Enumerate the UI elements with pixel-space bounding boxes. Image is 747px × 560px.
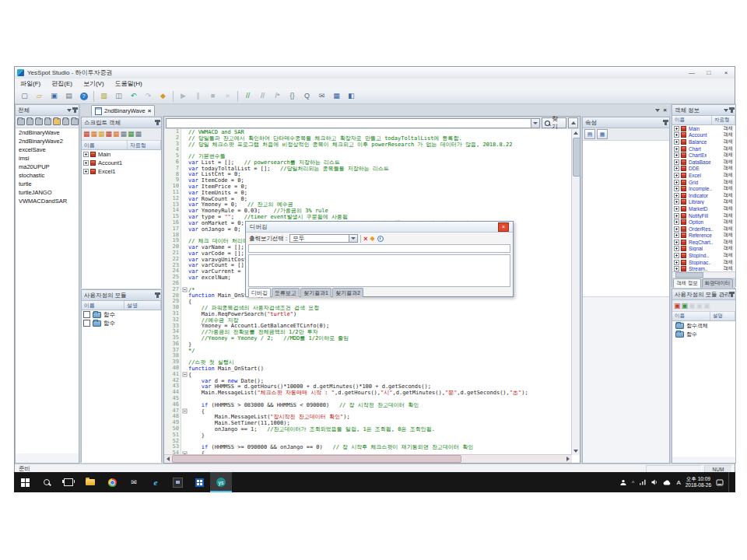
column-desc[interactable]: 설명 bbox=[124, 301, 161, 310]
column-type[interactable]: 자료형 bbox=[128, 141, 161, 149]
object-row[interactable]: Stopinac..객체 bbox=[672, 259, 735, 266]
menu-item-0[interactable]: 파일(F) bbox=[15, 79, 46, 88]
folder-icon[interactable] bbox=[44, 118, 52, 125]
undo-icon[interactable]: ↶ bbox=[127, 90, 140, 103]
alphabetical-view-icon[interactable]: ▦ bbox=[597, 129, 608, 139]
expander-icon[interactable] bbox=[83, 169, 89, 174]
tree-item[interactable]: imsi bbox=[16, 154, 79, 163]
object-row[interactable]: OrderRes..객체 bbox=[672, 226, 735, 233]
pin-icon[interactable] bbox=[74, 107, 76, 113]
pin-icon[interactable] bbox=[156, 292, 159, 298]
scrollbar-thumb[interactable] bbox=[675, 272, 703, 278]
object-row[interactable]: Indicator객체 bbox=[672, 192, 735, 199]
close-button[interactable]: × bbox=[717, 67, 735, 79]
close-document-icon[interactable]: × bbox=[663, 107, 667, 114]
combobox-dropdown-button[interactable] bbox=[531, 119, 539, 128]
tree-item[interactable]: ma20UPUP bbox=[16, 163, 79, 171]
column-type[interactable]: 자료형 bbox=[712, 116, 735, 124]
dialog-close-button[interactable]: × bbox=[498, 222, 509, 232]
expander-icon[interactable] bbox=[674, 186, 679, 191]
tree-item[interactable]: 2ndBinaryWave bbox=[16, 128, 79, 137]
debug-tab-1[interactable]: 오류보고 bbox=[272, 288, 300, 297]
new-file-icon[interactable]: ▢ bbox=[18, 90, 31, 103]
expander-icon[interactable] bbox=[674, 199, 679, 205]
column-name[interactable]: 이름 bbox=[82, 301, 124, 310]
expander-icon[interactable] bbox=[674, 206, 679, 212]
object-row[interactable]: Excel객체 bbox=[672, 172, 735, 179]
clear-output-icon[interactable]: × bbox=[363, 235, 367, 243]
expander-icon[interactable] bbox=[674, 260, 679, 265]
uncomment-icon[interactable]: // bbox=[256, 90, 269, 103]
save-log-icon[interactable]: ◆ bbox=[370, 235, 374, 242]
object-row[interactable]: StopInd..객체 bbox=[672, 252, 735, 259]
object-row[interactable]: MarketD객체 bbox=[672, 205, 735, 212]
debug-tab-0[interactable]: 디버깅 bbox=[248, 288, 271, 297]
mail-icon[interactable]: ✉ bbox=[315, 90, 328, 103]
scrollbar-thumb[interactable] bbox=[573, 138, 580, 177]
link-object-icon[interactable]: ▦ bbox=[106, 131, 113, 138]
mail-icon[interactable]: ✉ bbox=[123, 472, 145, 492]
object-row[interactable]: Account객체 bbox=[672, 132, 735, 139]
volume-icon[interactable] bbox=[651, 479, 658, 485]
open-icon[interactable]: ▱ bbox=[33, 90, 46, 103]
fold-icon[interactable] bbox=[183, 288, 188, 292]
menu-item-2[interactable]: 보기(V) bbox=[78, 79, 110, 88]
object-info-tab-1[interactable]: 화면데이터 bbox=[702, 278, 734, 288]
delete-object-icon[interactable]: ▦ bbox=[135, 131, 142, 138]
object-row[interactable]: Main객체 bbox=[672, 125, 735, 132]
tree-item[interactable]: turtle bbox=[16, 180, 79, 188]
object-row[interactable]: DataBase객체 bbox=[672, 159, 735, 166]
object-row[interactable]: Balance객체 bbox=[672, 138, 735, 145]
module-checkbox[interactable] bbox=[83, 311, 90, 318]
expander-icon[interactable] bbox=[674, 159, 679, 165]
folder-icon[interactable] bbox=[62, 118, 70, 125]
fold-icon[interactable] bbox=[183, 409, 188, 414]
block-comment-icon[interactable]: /* bbox=[271, 90, 284, 103]
scroll-right-icon[interactable] bbox=[566, 457, 570, 461]
ime-indicator[interactable]: A bbox=[676, 479, 680, 486]
alert-icon[interactable]: ◆ bbox=[156, 90, 170, 103]
scrollbar-thumb[interactable] bbox=[172, 455, 461, 463]
expander-icon[interactable] bbox=[674, 240, 679, 245]
object-row[interactable]: Account1 bbox=[82, 159, 161, 167]
debug-input[interactable] bbox=[248, 244, 510, 253]
expander-icon[interactable] bbox=[674, 246, 679, 251]
object-row[interactable]: Grid객체 bbox=[672, 179, 735, 186]
object-row[interactable]: Incomple..객체 bbox=[672, 185, 735, 192]
object-row[interactable]: NotifyFill객체 bbox=[672, 212, 735, 219]
find-icon[interactable]: Q bbox=[300, 90, 314, 103]
debug-output-list[interactable] bbox=[248, 254, 510, 287]
window-icon[interactable]: ▦ bbox=[330, 90, 343, 103]
layout-icon[interactable]: ◧ bbox=[345, 90, 358, 103]
scroll-up-icon[interactable] bbox=[573, 131, 578, 135]
file-explorer-icon[interactable] bbox=[79, 472, 101, 492]
start-button[interactable] bbox=[14, 472, 36, 492]
help-icon[interactable]: ? bbox=[77, 90, 90, 103]
expander-icon[interactable] bbox=[674, 226, 679, 232]
expander-icon[interactable] bbox=[674, 180, 679, 185]
onedrive-cloud-icon[interactable] bbox=[663, 480, 672, 485]
output-filter-select[interactable]: 모두 bbox=[289, 234, 358, 243]
add-object-icon[interactable]: ▦ bbox=[83, 131, 90, 138]
tab-list-icon[interactable] bbox=[655, 109, 660, 112]
chrome-icon[interactable] bbox=[101, 472, 123, 492]
comment-icon[interactable]: // bbox=[241, 90, 254, 103]
check-object-icon[interactable]: ▦ bbox=[128, 131, 135, 138]
horizontal-scrollbar[interactable] bbox=[672, 271, 735, 278]
pin-icon[interactable] bbox=[731, 107, 733, 113]
action-center-icon[interactable] bbox=[716, 479, 724, 486]
categorized-view-icon[interactable]: ▤ bbox=[584, 129, 595, 139]
task-view-icon[interactable] bbox=[58, 472, 79, 492]
tree-item[interactable]: excelSave bbox=[16, 145, 79, 154]
object-row[interactable]: Main bbox=[82, 150, 161, 159]
save-icon[interactable]: ▣ bbox=[47, 90, 61, 103]
pin-icon[interactable] bbox=[156, 120, 159, 125]
expander-icon[interactable] bbox=[674, 213, 679, 219]
expander-icon[interactable] bbox=[674, 253, 679, 258]
people-icon[interactable] bbox=[619, 479, 627, 486]
pin-icon[interactable] bbox=[731, 292, 733, 297]
module-row[interactable]: 함수 bbox=[82, 319, 161, 327]
tree-item[interactable]: VWMACDandSAR bbox=[16, 197, 79, 205]
timestamp-icon[interactable] bbox=[377, 236, 384, 242]
maximize-button[interactable]: □ bbox=[700, 67, 717, 79]
